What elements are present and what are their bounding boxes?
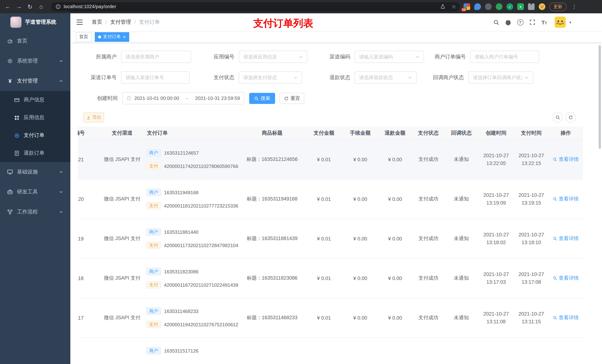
pay-status-select[interactable] — [239, 71, 302, 83]
create-time-range-picker[interactable]: 2021-10-01 00:00:00 - 2021-10-31 23:59:5… — [122, 92, 244, 104]
address-bar[interactable]: localhost:1024/pay/order ☆ — [51, 2, 460, 11]
cell-pay-status: 支付成功 — [412, 259, 445, 298]
hamburger-icon[interactable] — [76, 19, 83, 26]
chevron-up-icon — [59, 79, 63, 83]
channel-code-input[interactable] — [359, 54, 413, 60]
font-size-icon[interactable]: TT — [540, 18, 549, 27]
browser-profile-avatar[interactable] — [539, 3, 545, 10]
home-icon[interactable]: ⌂ — [35, 1, 47, 12]
callback-status-input[interactable] — [473, 75, 522, 80]
gear-icon — [7, 58, 13, 64]
merchant-order-no-field[interactable] — [470, 51, 539, 63]
extension-icon-green[interactable] — [496, 3, 502, 10]
sidebar-item-pay-order[interactable]: 支付订单 — [0, 126, 70, 144]
cell-actions: 查看详情 — [548, 298, 583, 337]
filter-label-channel-code: 渠道编码 — [306, 51, 350, 63]
fullscreen-icon[interactable] — [528, 18, 537, 27]
channel-order-no-field[interactable] — [121, 71, 190, 83]
breadcrumb-home[interactable]: 首页 — [92, 19, 102, 26]
channel-code-select[interactable] — [355, 51, 424, 63]
search-icon[interactable] — [492, 18, 501, 27]
cell-product-title: 标题：1635312124656 — [239, 140, 305, 179]
app-select[interactable] — [239, 51, 307, 63]
extension-icon-check[interactable]: ✓ — [506, 3, 513, 10]
back-icon[interactable]: ← — [2, 1, 13, 12]
help-icon[interactable]: ? — [516, 18, 525, 27]
cell-pay-time: 2021-10-27 13:11:15 — [514, 298, 548, 337]
target-icon — [14, 133, 20, 138]
tab-home[interactable]: 首页 — [76, 32, 91, 42]
export-button[interactable]: 导出 — [83, 113, 104, 123]
chevron-down-icon — [59, 59, 63, 63]
refund-status-select[interactable] — [355, 71, 417, 83]
search-toggle-button[interactable] — [552, 112, 563, 123]
extension-icon-blue-drop[interactable] — [474, 3, 481, 10]
chevron-down-icon[interactable]: ▾ — [570, 13, 571, 31]
view-detail-link[interactable]: 查看详情 — [553, 235, 579, 242]
close-icon[interactable]: × — [123, 34, 126, 39]
column-header-pay-status: 支付状态 — [412, 126, 445, 139]
merchant-order-line: 商户 1635311823086 — [146, 268, 198, 275]
extensions-puzzle-icon[interactable] — [528, 3, 535, 10]
create-time: 13:18:02 — [486, 239, 506, 246]
bookmark-star-icon[interactable]: ☆ — [452, 4, 456, 10]
sidebar-item-home[interactable]: 首页 — [0, 31, 70, 51]
refresh-icon — [284, 96, 289, 101]
cell-id — [78, 338, 98, 364]
merchant-order-line: 商户 1635311468233 — [146, 307, 198, 315]
search-button[interactable]: 搜索 — [249, 93, 275, 104]
date-end[interactable]: 2021-10-31 23:59:59 — [195, 95, 240, 101]
cell-product-title: 标题：1635311881439 — [239, 219, 305, 258]
app-input[interactable] — [243, 54, 297, 60]
sidebar-item-refund-order[interactable]: 退款订单 — [0, 144, 70, 162]
browser-menu-icon[interactable]: ⋮ — [570, 4, 578, 10]
sidebar-item-label: 研发工具 — [17, 189, 38, 195]
merchant-input[interactable] — [126, 54, 187, 60]
chevron-down-icon — [525, 75, 529, 80]
sidebar-item-dev-tools[interactable]: 研发工具 — [0, 182, 70, 202]
user-avatar[interactable] — [555, 17, 566, 28]
callback-status-select[interactable] — [468, 71, 533, 83]
sidebar-item-merchant-info[interactable]: 商户信息 — [0, 91, 70, 109]
sidebar-item-infrastructure[interactable]: 基础设施 — [0, 162, 70, 182]
info-icon[interactable] — [55, 4, 61, 9]
forward-icon[interactable]: → — [13, 1, 24, 12]
extension-icon-multicolor[interactable]: 10 — [463, 3, 470, 10]
cell-product-title: 标题：1635311823086 — [239, 259, 305, 298]
pay-order-no: 4200001167202110271022491439 — [164, 282, 238, 288]
filter-label-create-time: 创建时间 — [73, 92, 118, 104]
extension-icon-chat[interactable]: ● — [517, 3, 524, 10]
extension-icon-dark[interactable] — [485, 3, 492, 10]
sidebar-item-payment[interactable]: ¥ 支付管理 — [0, 71, 70, 91]
share-icon[interactable] — [441, 4, 446, 9]
reload-icon[interactable]: ↻ — [24, 1, 35, 12]
reset-button[interactable]: 重置 — [280, 93, 304, 104]
table-row: 117 微信 JSAPI 支付 商户 1635311468233 支付 4200… — [78, 298, 583, 338]
browser-update-button[interactable]: 更新 — [549, 2, 567, 11]
refund-status-input[interactable] — [359, 75, 406, 80]
merchant-order-no: 1635312124657 — [164, 150, 199, 156]
breadcrumb-payment[interactable]: 支付管理 — [110, 19, 131, 26]
cell-fee-amount: ¥ 0.00 — [343, 179, 378, 219]
filter-label-refund-status: 退款状态 — [306, 71, 350, 83]
view-detail-link[interactable]: 查看详情 — [553, 314, 579, 321]
sidebar-item-label: 商户信息 — [24, 96, 44, 103]
app-logo: 芋道管理系统 — [0, 13, 70, 31]
date-start[interactable]: 2021-10-01 00:00:00 — [134, 95, 179, 101]
merchant-select[interactable] — [121, 51, 191, 63]
channel-order-no-input[interactable] — [126, 75, 185, 80]
github-icon[interactable] — [504, 18, 512, 27]
tab-pay-order[interactable]: 支付订单 × — [95, 32, 129, 42]
refresh-table-button[interactable] — [565, 112, 576, 123]
merchant-order-no-input[interactable] — [475, 54, 535, 60]
view-detail-link[interactable]: 查看详情 — [553, 275, 579, 281]
page-scrollbar[interactable] — [599, 45, 601, 149]
sidebar-item-label: 工作流程 — [17, 209, 38, 215]
pay-status-input[interactable] — [243, 75, 291, 80]
sidebar-item-app-info[interactable]: 应用信息 — [0, 109, 70, 126]
view-detail-link[interactable]: 查看详情 — [553, 196, 579, 202]
sidebar-item-system[interactable]: 系统管理 — [0, 51, 70, 71]
column-header-actions: 操作 — [548, 126, 583, 139]
sidebar-item-workflow[interactable]: 工作流程 — [0, 202, 70, 222]
view-detail-link[interactable]: 查看详情 — [553, 156, 579, 163]
